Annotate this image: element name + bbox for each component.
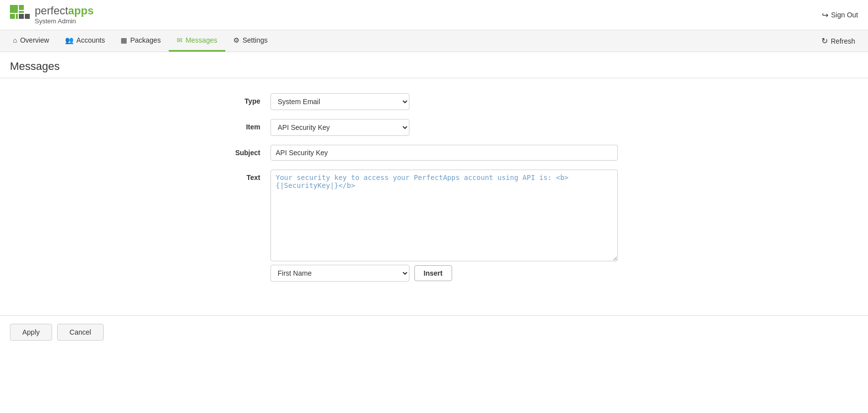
nav-accounts-label: Accounts bbox=[76, 36, 105, 44]
logo-area: perfectapps System Admin bbox=[10, 5, 94, 25]
logo-apps: apps bbox=[68, 4, 93, 17]
nav-settings-label: Settings bbox=[243, 36, 268, 44]
home-icon: ⌂ bbox=[13, 36, 17, 44]
svg-rect-5 bbox=[19, 14, 24, 19]
sign-out-button[interactable]: ↪ Sign Out bbox=[822, 10, 858, 20]
logo-subtitle: System Admin bbox=[35, 17, 94, 25]
subject-row: Subject bbox=[211, 145, 658, 161]
signout-icon: ↪ bbox=[822, 10, 828, 20]
header: perfectapps System Admin ↪ Sign Out bbox=[0, 0, 868, 30]
type-label: Type bbox=[211, 93, 270, 105]
nav-item-messages[interactable]: ✉ Messages bbox=[169, 30, 225, 52]
refresh-icon: ↻ bbox=[821, 36, 828, 46]
subject-label: Subject bbox=[211, 145, 270, 157]
nav-item-packages[interactable]: ▦ Packages bbox=[113, 30, 168, 52]
settings-icon: ⚙ bbox=[233, 36, 240, 44]
type-row: Type System Email Notification Alert bbox=[211, 93, 658, 110]
svg-rect-6 bbox=[25, 14, 30, 19]
nav-items: ⌂ Overview 👥 Accounts ▦ Packages ✉ Messa… bbox=[5, 30, 275, 52]
type-control: System Email Notification Alert bbox=[270, 93, 618, 110]
nav-item-settings[interactable]: ⚙ Settings bbox=[225, 30, 276, 52]
logo-text: perfectapps System Admin bbox=[35, 5, 94, 24]
insert-row: First Name Last Name Email SecurityKey I… bbox=[270, 265, 618, 282]
svg-rect-1 bbox=[19, 5, 24, 10]
subject-input[interactable] bbox=[270, 145, 618, 161]
nav-overview-label: Overview bbox=[20, 36, 49, 44]
nav-packages-label: Packages bbox=[130, 36, 160, 44]
refresh-label: Refresh bbox=[831, 37, 855, 45]
item-select[interactable]: API Security Key Password Reset Welcome … bbox=[270, 119, 409, 136]
packages-icon: ▦ bbox=[121, 36, 127, 44]
page-title: Messages bbox=[0, 52, 868, 78]
main-content: Type System Email Notification Alert Ite… bbox=[0, 78, 868, 305]
svg-rect-3 bbox=[10, 14, 15, 19]
item-row: Item API Security Key Password Reset Wel… bbox=[211, 119, 658, 136]
refresh-button[interactable]: ↻ Refresh bbox=[813, 30, 863, 52]
logo-icon bbox=[10, 5, 30, 25]
messages-icon: ✉ bbox=[177, 36, 183, 44]
item-label: Item bbox=[211, 119, 270, 131]
text-control: Your security key to access your Perfect… bbox=[270, 170, 618, 282]
footer-buttons: Apply Cancel bbox=[0, 315, 868, 349]
text-label: Text bbox=[211, 170, 270, 181]
accounts-icon: 👥 bbox=[65, 36, 73, 44]
insert-button[interactable]: Insert bbox=[414, 265, 452, 281]
sign-out-label: Sign Out bbox=[831, 11, 858, 19]
logo-name: perfectapps bbox=[35, 5, 94, 17]
subject-control bbox=[270, 145, 618, 161]
svg-rect-0 bbox=[10, 5, 18, 13]
nav-item-accounts[interactable]: 👥 Accounts bbox=[57, 30, 113, 52]
insert-select[interactable]: First Name Last Name Email SecurityKey bbox=[270, 265, 409, 282]
svg-rect-2 bbox=[19, 11, 24, 13]
type-select[interactable]: System Email Notification Alert bbox=[270, 93, 409, 110]
nav-messages-label: Messages bbox=[186, 36, 217, 44]
svg-rect-4 bbox=[16, 14, 18, 19]
nav-item-overview[interactable]: ⌂ Overview bbox=[5, 30, 57, 52]
form-area: Type System Email Notification Alert Ite… bbox=[211, 93, 658, 282]
apply-button[interactable]: Apply bbox=[10, 324, 52, 341]
nav-bar: ⌂ Overview 👥 Accounts ▦ Packages ✉ Messa… bbox=[0, 30, 868, 52]
text-row: Text Your security key to access your Pe… bbox=[211, 170, 658, 282]
logo-perfect: perfect bbox=[35, 4, 68, 17]
item-control: API Security Key Password Reset Welcome … bbox=[270, 119, 618, 136]
cancel-button[interactable]: Cancel bbox=[57, 324, 104, 341]
text-textarea[interactable]: Your security key to access your Perfect… bbox=[270, 170, 618, 261]
